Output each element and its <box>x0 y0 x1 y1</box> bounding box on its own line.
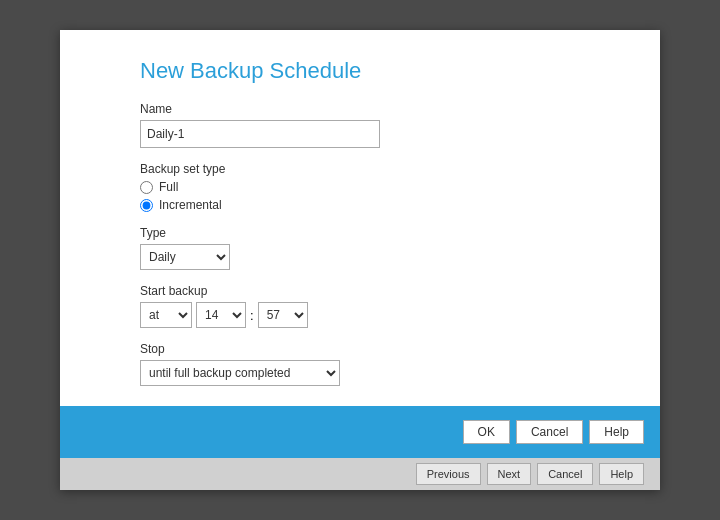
new-backup-schedule-dialog: New Backup Schedule Name Backup set type… <box>60 30 660 490</box>
radio-full-item: Full <box>140 180 580 194</box>
start-at-select[interactable]: at after <box>140 302 192 328</box>
help-button-gray[interactable]: Help <box>599 463 644 485</box>
type-group: Type Daily Weekly Monthly <box>140 226 580 270</box>
start-backup-group: Start backup at after 00010203 04050607 … <box>140 284 580 328</box>
ok-button[interactable]: OK <box>463 420 510 444</box>
name-label: Name <box>140 102 580 116</box>
stop-group: Stop until full backup completed after n… <box>140 342 580 386</box>
cancel-button-gray[interactable]: Cancel <box>537 463 593 485</box>
radio-full-label: Full <box>159 180 178 194</box>
stop-select[interactable]: until full backup completed after never <box>140 360 340 386</box>
type-select[interactable]: Daily Weekly Monthly <box>140 244 230 270</box>
help-button-blue[interactable]: Help <box>589 420 644 444</box>
time-separator: : <box>250 308 254 323</box>
start-hour-select[interactable]: 00010203 04050607 08091011 12131415 1617… <box>196 302 246 328</box>
radio-incremental-item: Incremental <box>140 198 580 212</box>
type-label: Type <box>140 226 580 240</box>
footer-blue: OK Cancel Help <box>60 406 660 458</box>
dialog-title: New Backup Schedule <box>140 58 580 84</box>
start-backup-row: at after 00010203 04050607 08091011 1213… <box>140 302 580 328</box>
name-group: Name <box>140 102 580 148</box>
radio-incremental-label: Incremental <box>159 198 222 212</box>
dialog-body: New Backup Schedule Name Backup set type… <box>60 30 660 406</box>
name-input[interactable] <box>140 120 380 148</box>
start-min-select[interactable]: 00051015 20253035 40455055 57 <box>258 302 308 328</box>
next-button[interactable]: Next <box>487 463 532 485</box>
footer-gray: Previous Next Cancel Help <box>60 458 660 490</box>
backup-set-type-group: Backup set type Full Incremental <box>140 162 580 212</box>
radio-incremental[interactable] <box>140 199 153 212</box>
radio-group: Full Incremental <box>140 180 580 212</box>
cancel-button-blue[interactable]: Cancel <box>516 420 583 444</box>
previous-button[interactable]: Previous <box>416 463 481 485</box>
backup-set-type-label: Backup set type <box>140 162 580 176</box>
radio-full[interactable] <box>140 181 153 194</box>
start-backup-label: Start backup <box>140 284 580 298</box>
stop-label: Stop <box>140 342 580 356</box>
